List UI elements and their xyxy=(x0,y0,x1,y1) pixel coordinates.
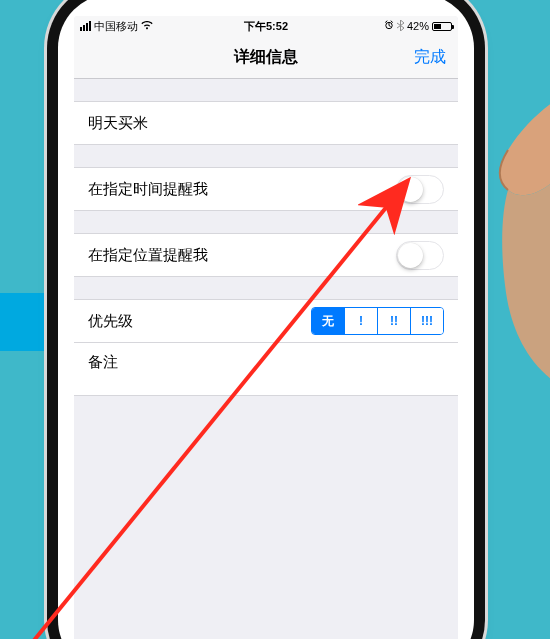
notes-label: 备注 xyxy=(88,353,118,372)
status-bar: 中国移动 下午5:52 42% xyxy=(74,16,458,36)
remind-location-row: 在指定位置提醒我 xyxy=(74,233,458,277)
priority-seg-med[interactable]: !! xyxy=(377,308,410,334)
remind-time-toggle[interactable] xyxy=(396,175,444,204)
notes-row[interactable]: 备注 xyxy=(74,343,458,396)
priority-seg-none[interactable]: 无 xyxy=(312,308,344,334)
done-button[interactable]: 完成 xyxy=(414,36,446,78)
screen: 中国移动 下午5:52 42% 详细信息 完成 xyxy=(74,16,458,639)
remind-location-toggle[interactable] xyxy=(396,241,444,270)
reminder-title-field[interactable]: 明天买米 xyxy=(74,101,458,145)
priority-row: 优先级 无 ! !! !!! xyxy=(74,299,458,343)
clock-label: 下午5:52 xyxy=(74,19,458,34)
reminder-title-text: 明天买米 xyxy=(88,114,444,133)
priority-label: 优先级 xyxy=(88,312,311,331)
remind-time-label: 在指定时间提醒我 xyxy=(88,180,396,199)
page-title: 详细信息 xyxy=(234,47,298,68)
battery-icon xyxy=(432,22,452,31)
remind-time-row: 在指定时间提醒我 xyxy=(74,167,458,211)
background-accent-block xyxy=(0,293,44,351)
priority-segmented[interactable]: 无 ! !! !!! xyxy=(311,307,444,335)
remind-location-label: 在指定位置提醒我 xyxy=(88,246,396,265)
phone-frame: 中国移动 下午5:52 42% 详细信息 完成 xyxy=(58,0,474,639)
priority-seg-low[interactable]: ! xyxy=(344,308,377,334)
nav-bar: 详细信息 完成 xyxy=(74,36,458,79)
priority-seg-high[interactable]: !!! xyxy=(410,308,443,334)
